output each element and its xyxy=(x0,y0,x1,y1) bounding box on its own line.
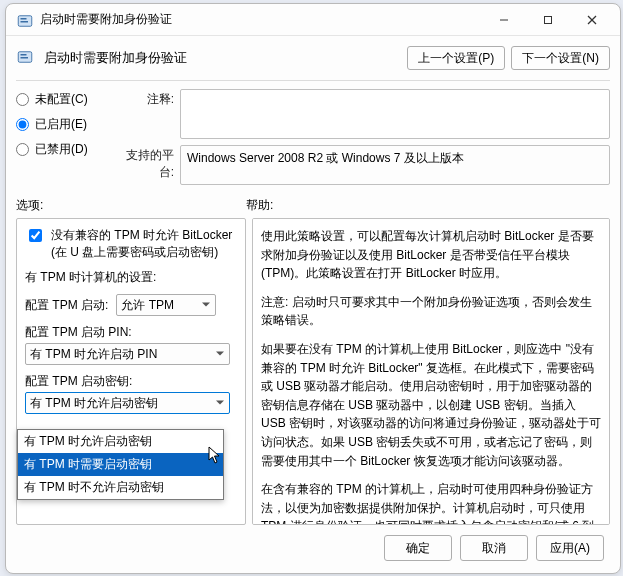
config-tpm-startup-select-wrap[interactable]: 允许 TPM xyxy=(116,294,216,316)
cancel-button[interactable]: 取消 xyxy=(460,535,528,561)
footer: 确定 取消 应用(A) xyxy=(16,525,610,565)
header-row: 启动时需要附加身份验证 上一个设置(P) 下一个设置(N) xyxy=(16,42,610,76)
radio-label: 未配置(C) xyxy=(35,91,88,108)
config-tpm-pin-select-wrap[interactable]: 有 TPM 时允许启动 PIN xyxy=(25,343,230,365)
config-tpm-startup-select[interactable]: 允许 TPM xyxy=(116,294,216,316)
config-tpm-key-row: 配置 TPM 启动密钥: 有 TPM 时允许启动密钥 xyxy=(25,373,237,414)
svg-rect-5 xyxy=(545,16,552,23)
minimize-button[interactable] xyxy=(482,6,526,34)
apply-button[interactable]: 应用(A) xyxy=(536,535,604,561)
maximize-button[interactable] xyxy=(526,6,570,34)
radio-enabled[interactable]: 已启用(E) xyxy=(16,116,106,133)
svg-rect-10 xyxy=(21,54,27,56)
radio-enabled-input[interactable] xyxy=(16,118,29,131)
page-title: 启动时需要附加身份验证 xyxy=(44,49,399,67)
state-column: 未配置(C) 已启用(E) 已禁用(D) xyxy=(16,89,106,185)
config-tpm-startup-row: 配置 TPM 启动: 允许 TPM xyxy=(25,294,237,316)
svg-rect-11 xyxy=(21,57,29,59)
window-title: 启动时需要附加身份验证 xyxy=(40,11,482,28)
config-tpm-startup-label: 配置 TPM 启动: xyxy=(25,297,108,314)
titlebar: 启动时需要附加身份验证 xyxy=(6,4,620,36)
radio-label: 已启用(E) xyxy=(35,116,87,133)
svg-rect-3 xyxy=(21,21,29,23)
dropdown-option[interactable]: 有 TPM 时需要启动密钥 xyxy=(18,453,223,476)
radio-not-configured[interactable]: 未配置(C) xyxy=(16,91,106,108)
next-setting-button[interactable]: 下一个设置(N) xyxy=(511,46,610,70)
help-section-label: 帮助: xyxy=(246,197,610,214)
help-paragraph: 在含有兼容的 TPM 的计算机上，启动时可使用四种身份验证方法，以便为加密数据提… xyxy=(261,480,601,525)
comment-textarea[interactable] xyxy=(180,89,610,139)
config-tpm-pin-label: 配置 TPM 启动 PIN: xyxy=(25,324,237,341)
ok-button[interactable]: 确定 xyxy=(384,535,452,561)
config-tpm-key-select-wrap[interactable]: 有 TPM 时允许启动密钥 xyxy=(25,392,230,414)
kv-column: 注释: 支持的平台: Windows Server 2008 R2 或 Wind… xyxy=(114,89,610,185)
config-tpm-pin-select[interactable]: 有 TPM 时允许启动 PIN xyxy=(25,343,230,365)
options-section-label: 选项: xyxy=(16,197,246,214)
config-tpm-key-label: 配置 TPM 启动密钥: xyxy=(25,373,237,390)
config-tpm-pin-row: 配置 TPM 启动 PIN: 有 TPM 时允许启动 PIN xyxy=(25,324,237,365)
policy-icon xyxy=(16,12,32,28)
dropdown-option[interactable]: 有 TPM 时允许启动密钥 xyxy=(18,430,223,453)
policy-icon xyxy=(16,48,36,68)
radio-disabled-input[interactable] xyxy=(16,143,29,156)
comment-label: 注释: xyxy=(114,89,174,139)
supported-platforms: Windows Server 2008 R2 或 Windows 7 及以上版本 xyxy=(180,145,610,185)
help-paragraph: 注意: 启动时只可要求其中一个附加身份验证选项，否则会发生策略错误。 xyxy=(261,293,601,330)
svg-rect-2 xyxy=(21,18,27,20)
radio-disabled[interactable]: 已禁用(D) xyxy=(16,141,106,158)
config-tpm-key-dropdown[interactable]: 有 TPM 时允许启动密钥 有 TPM 时需要启动密钥 有 TPM 时不允许启动… xyxy=(17,429,224,500)
dropdown-option[interactable]: 有 TPM 时不允许启动密钥 xyxy=(18,476,223,499)
prev-setting-button[interactable]: 上一个设置(P) xyxy=(407,46,505,70)
help-panel: 使用此策略设置，可以配置每次计算机启动时 BitLocker 是否要求附加身份验… xyxy=(252,218,610,525)
radio-not-configured-input[interactable] xyxy=(16,93,29,106)
compat-checkbox-row[interactable]: 没有兼容的 TPM 时允许 BitLocker (在 U 盘上需要密码或启动密钥… xyxy=(25,227,237,261)
compat-checkbox-label: 没有兼容的 TPM 时允许 BitLocker (在 U 盘上需要密码或启动密钥… xyxy=(51,227,237,261)
compat-checkbox[interactable] xyxy=(29,229,42,242)
section-labels: 选项: 帮助: xyxy=(16,197,610,214)
supported-label: 支持的平台: xyxy=(114,145,174,185)
help-paragraph: 使用此策略设置，可以配置每次计算机启动时 BitLocker 是否要求附加身份验… xyxy=(261,227,601,283)
close-button[interactable] xyxy=(570,6,614,34)
radio-label: 已禁用(D) xyxy=(35,141,88,158)
config-tpm-key-select[interactable]: 有 TPM 时允许启动密钥 xyxy=(25,392,230,414)
tpm-settings-label: 有 TPM 时计算机的设置: xyxy=(25,269,237,286)
help-paragraph: 如果要在没有 TPM 的计算机上使用 BitLocker，则应选中 "没有兼容的… xyxy=(261,340,601,470)
divider xyxy=(16,80,610,81)
config-row: 未配置(C) 已启用(E) 已禁用(D) 注释: 支持的平台: xyxy=(16,89,610,185)
